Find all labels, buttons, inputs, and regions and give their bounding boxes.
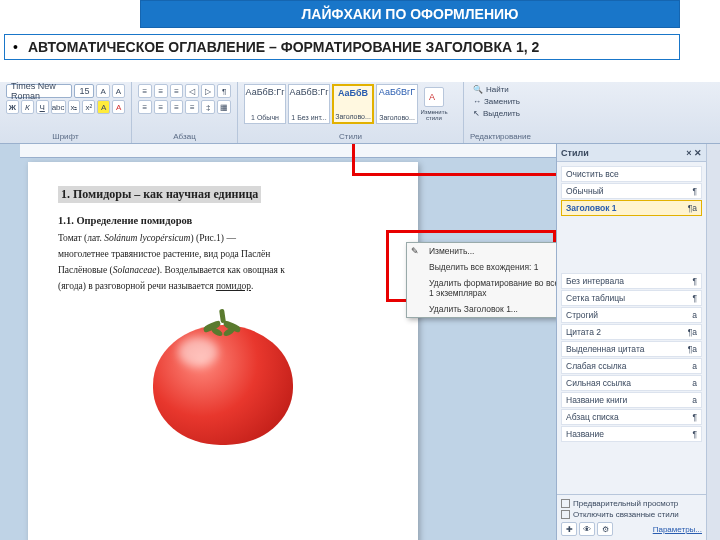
disable-linked-checkbox[interactable]: Отключить связанные стили: [561, 510, 702, 519]
strike-button[interactable]: abc: [51, 100, 66, 114]
pane-footer: Предварительный просмотр Отключить связа…: [557, 494, 706, 540]
style-list-item[interactable]: Название¶: [561, 426, 702, 442]
doc-heading-1[interactable]: 1. Помидоры – как научная единица: [58, 186, 261, 203]
font-size-select[interactable]: 15: [74, 84, 94, 98]
select-button[interactable]: ↖Выделить: [470, 108, 530, 119]
modify-icon: ✎: [411, 246, 423, 258]
replace-icon: ↔: [473, 97, 481, 106]
style-heading1[interactable]: АаБбВЗаголово...: [332, 84, 374, 124]
bullets-button[interactable]: ≡: [138, 84, 152, 98]
styles-pane: Стили × ✕ Очистить все Обычный¶ Заголово…: [556, 144, 706, 540]
underline-button[interactable]: Ч: [36, 100, 49, 114]
style-list-item[interactable]: Сетка таблицы¶: [561, 290, 702, 306]
word-window: Times New Roman 15 A A Ж К Ч abc x₂ x² A…: [0, 82, 720, 540]
line-spacing-button[interactable]: ‡: [201, 100, 215, 114]
manage-styles-button[interactable]: ⚙: [597, 522, 613, 536]
doc-heading-2[interactable]: 1.1. Определение помидоров: [58, 215, 388, 226]
ctx-select-all[interactable]: Выделить все вхождения: 1: [407, 259, 556, 275]
subscript-button[interactable]: x₂: [68, 100, 81, 114]
style-inspector-button[interactable]: 👁: [579, 522, 595, 536]
ribbon: Times New Roman 15 A A Ж К Ч abc x₂ x² A…: [0, 82, 720, 144]
document-area[interactable]: 1. Помидоры – как научная единица 1.1. О…: [0, 144, 556, 540]
replace-button[interactable]: ↔Заменить: [470, 96, 530, 107]
style-normal[interactable]: АаБбВ:Гг1 Обычн: [244, 84, 286, 124]
vertical-scrollbar[interactable]: [706, 144, 720, 540]
options-link[interactable]: Параметры...: [653, 525, 702, 534]
pane-close-button[interactable]: × ✕: [686, 148, 702, 158]
font-color-button[interactable]: A: [112, 100, 125, 114]
align-left-button[interactable]: ≡: [138, 100, 152, 114]
group-edit-label: Редактирование: [470, 132, 530, 143]
letter-a-icon: A: [429, 92, 439, 102]
pane-title: Стили: [561, 148, 589, 158]
new-style-button[interactable]: ✚: [561, 522, 577, 536]
indent-inc-button[interactable]: ▷: [201, 84, 215, 98]
show-marks-button[interactable]: ¶: [217, 84, 231, 98]
tomato-image: [148, 307, 298, 447]
style-list-item[interactable]: Без интервала¶: [561, 273, 702, 289]
font-name-select[interactable]: Times New Roman: [6, 84, 72, 98]
svg-text:A: A: [429, 92, 435, 102]
style-list-item[interactable]: Сильная ссылкаа: [561, 375, 702, 391]
group-styles-label: Стили: [244, 132, 457, 143]
bullet-icon: •: [13, 39, 18, 55]
annotation-box-1: [352, 144, 556, 176]
style-list-item-selected[interactable]: Заголовок 1¶а: [561, 200, 702, 216]
tomato-stem-icon: [203, 313, 243, 338]
doc-line-2[interactable]: многолетнее травянистое растение, вид ро…: [58, 246, 388, 262]
doc-line-3[interactable]: Паслёновые (Solanaceae). Возделывается к…: [58, 262, 388, 278]
slide-subtitle: АВТОМАТИЧЕСКОЕ ОГЛАВЛЕНИЕ – ФОРМАТИРОВАН…: [28, 39, 539, 55]
italic-button[interactable]: К: [21, 100, 34, 114]
document-page[interactable]: 1. Помидоры – как научная единица 1.1. О…: [28, 162, 418, 540]
style-list-item[interactable]: Обычный¶: [561, 183, 702, 199]
numbering-button[interactable]: ≡: [154, 84, 168, 98]
align-right-button[interactable]: ≡: [170, 100, 184, 114]
align-center-button[interactable]: ≡: [154, 100, 168, 114]
group-para-label: Абзац: [138, 132, 231, 143]
style-list-item[interactable]: Цитата 2¶а: [561, 324, 702, 340]
style-nospacing[interactable]: АаБбВ:Гг1 Без инт...: [288, 84, 330, 124]
bold-button[interactable]: Ж: [6, 100, 19, 114]
grow-font-button[interactable]: A: [96, 84, 109, 98]
slide-subtitle-bar: • АВТОМАТИЧЕСКОЕ ОГЛАВЛЕНИЕ – ФОРМАТИРОВ…: [4, 34, 680, 60]
style-list-item[interactable]: Название книгиа: [561, 392, 702, 408]
ctx-delete-style[interactable]: Удалить Заголовок 1...: [407, 301, 556, 317]
doc-line-4[interactable]: (ягода) в разговорной речи называется по…: [58, 278, 388, 294]
shading-button[interactable]: ▦: [217, 100, 231, 114]
shrink-font-button[interactable]: A: [112, 84, 125, 98]
preview-checkbox[interactable]: Предварительный просмотр: [561, 499, 702, 508]
find-button[interactable]: 🔍Найти: [470, 84, 530, 95]
cursor-icon: ↖: [473, 109, 480, 118]
search-icon: 🔍: [473, 85, 483, 94]
superscript-button[interactable]: x²: [82, 100, 95, 114]
style-list-item[interactable]: Абзац списка¶: [561, 409, 702, 425]
multilevel-button[interactable]: ≡: [170, 84, 184, 98]
slide-title: ЛАЙФХАКИ ПО ОФОРМЛЕНИЮ: [140, 0, 680, 28]
style-clear-all[interactable]: Очистить все: [561, 166, 702, 182]
group-font-label: Шрифт: [6, 132, 125, 143]
style-list-item[interactable]: Строгийа: [561, 307, 702, 323]
style-heading2[interactable]: АаБбВгГЗаголово...: [376, 84, 418, 124]
change-styles-label: Изменить стили: [420, 109, 448, 121]
change-styles-button[interactable]: A: [424, 87, 444, 107]
style-list-item[interactable]: Слабая ссылкаа: [561, 358, 702, 374]
indent-dec-button[interactable]: ◁: [185, 84, 199, 98]
style-context-menu: ✎Изменить... Выделить все вхождения: 1 У…: [406, 242, 556, 318]
doc-line-1[interactable]: Томат (лат. Solánum lycopérsicum) (Рис.1…: [58, 230, 388, 246]
justify-button[interactable]: ≡: [185, 100, 199, 114]
highlight-button[interactable]: A: [97, 100, 110, 114]
ctx-modify[interactable]: ✎Изменить...: [407, 243, 556, 259]
style-list-item[interactable]: Выделенная цитата¶а: [561, 341, 702, 357]
ctx-remove-format[interactable]: Удалить форматирование во всех 1 экземпл…: [407, 275, 556, 301]
